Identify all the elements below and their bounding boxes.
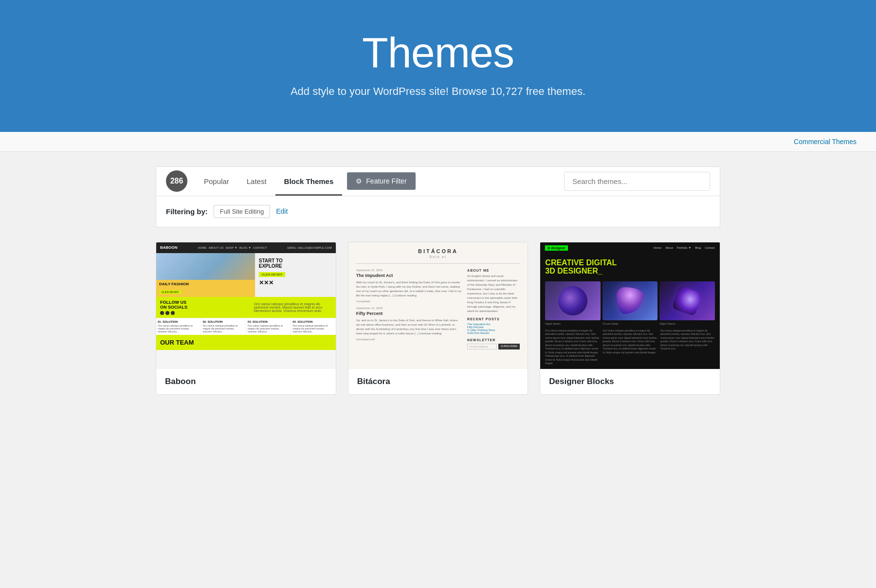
top-bar: Commercial Themes (0, 132, 876, 152)
tab-popular[interactable]: Popular (195, 167, 238, 195)
theme-screenshot-baboon: BABOON HOMEABOUT USSHOP ▼BLOG ▼CONTACT E… (156, 242, 336, 369)
main-content: 286 Popular Latest Block Themes ⚙ Featur… (146, 152, 730, 409)
theme-card-bitacora[interactable]: BITÁCORA Solo el September 21, 2020 The … (348, 242, 529, 395)
filtering-by-label: Filtering by: (166, 207, 208, 216)
bitacora-mockup: BITÁCORA Solo el September 21, 2020 The … (348, 242, 528, 369)
theme-info-baboon: Baboon (156, 369, 336, 394)
filter-edit-link[interactable]: Edit (276, 207, 288, 215)
filter-row: Filtering by: Full Site Editing Edit (156, 196, 720, 227)
themes-grid: BABOON HOMEABOUT USSHOP ▼BLOG ▼CONTACT E… (156, 242, 720, 395)
search-input[interactable] (564, 172, 710, 191)
theme-name-designer-blocks: Designer Blocks (549, 377, 711, 386)
theme-info-bitacora: Bitácora (348, 369, 528, 394)
tab-latest[interactable]: Latest (238, 167, 275, 195)
tab-block-themes[interactable]: Block Themes (275, 167, 343, 195)
filter-tag: Full Site Editing (214, 205, 270, 218)
commercial-themes-link[interactable]: Commercial Themes (794, 138, 857, 146)
theme-name-baboon: Baboon (165, 377, 327, 386)
hero-subtitle: Add style to your WordPress site! Browse… (10, 85, 866, 98)
theme-card-designer-blocks[interactable]: D designer HomeAboutPortfolio ▼BlogConta… (540, 242, 720, 395)
hero-section: Themes Add style to your WordPress site!… (0, 0, 876, 132)
theme-name-bitacora: Bitácora (357, 377, 519, 386)
theme-info-designer-blocks: Designer Blocks (540, 369, 720, 394)
theme-count-badge: 286 (166, 170, 187, 192)
gear-icon: ⚙ (356, 177, 362, 185)
hero-title: Themes (10, 29, 866, 76)
theme-screenshot-designer-blocks: D designer HomeAboutPortfolio ▼BlogConta… (540, 242, 720, 369)
designer-mockup: D designer HomeAboutPortfolio ▼BlogConta… (540, 242, 720, 369)
theme-screenshot-bitacora: BITÁCORA Solo el September 21, 2020 The … (348, 242, 528, 369)
feature-filter-button[interactable]: ⚙ Feature Filter (347, 172, 415, 190)
search-area (564, 167, 710, 196)
baboon-mockup: BABOON HOMEABOUT USSHOP ▼BLOG ▼CONTACT E… (156, 242, 336, 369)
filter-bar: 286 Popular Latest Block Themes ⚙ Featur… (156, 166, 720, 196)
theme-card-baboon[interactable]: BABOON HOMEABOUT USSHOP ▼BLOG ▼CONTACT E… (156, 242, 336, 395)
feature-filter-label: Feature Filter (366, 177, 406, 185)
